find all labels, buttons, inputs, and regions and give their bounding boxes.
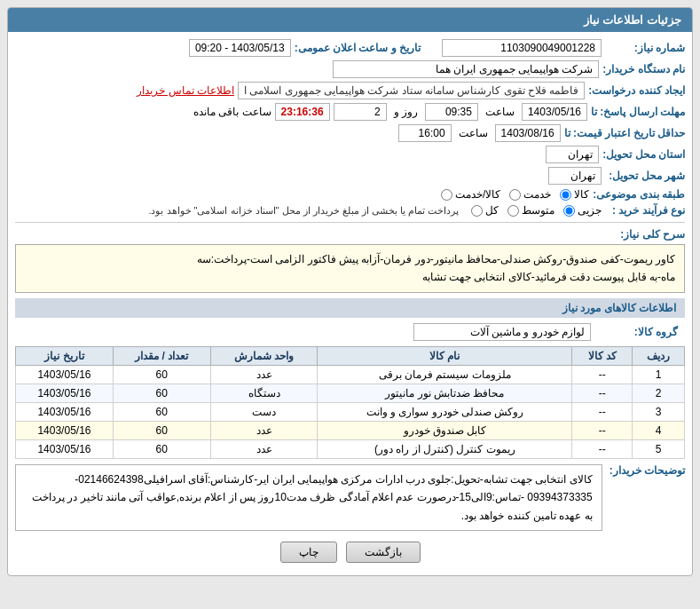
dastgah-value: شرکت هواپیمایی جمهوری ایران هما [333, 60, 599, 78]
jadaval-time: 16:00 [398, 124, 452, 142]
tabaqe-radio-khedmat[interactable] [509, 189, 521, 201]
table-row: 5 -- ریموت کنترل (کنترل از راه دور) عدد … [16, 439, 685, 458]
cell-kod: -- [572, 421, 633, 439]
cell-radif: 2 [633, 384, 685, 402]
main-card: جزئیات اطلاعات نیاز شماره نیاز: 11030900… [7, 7, 693, 576]
groupeKala-label: گروه کالا: [598, 326, 678, 338]
row-noeFarand: نوع فرآیند خرید : کل متوسط جزیی پ [15, 204, 685, 217]
jadaval-label: حداقل تاریخ اعتبار قیمت: تا [564, 127, 685, 139]
tarikhErsal-tarikh-label: تاریخ و ساعت اعلان عمومی: [295, 42, 421, 54]
cell-vahed: دست [210, 402, 318, 421]
tarikhErsal-remaining: 23:16:36 [275, 103, 330, 121]
kalaah-section-title: اطلاعات کالاهای مورد نیاز [15, 298, 685, 318]
noeFarand-radio-kol[interactable] [471, 205, 483, 217]
row-touzih: توضیحات خریدار: کالای انتخابی جهت تشابه-… [15, 464, 685, 536]
noeFarand-label: نوع فرآیند خرید : [605, 204, 685, 217]
shahr-label: شهر محل تحویل: [605, 170, 685, 182]
cell-name: ملزومات سیستم فرمان برقی [318, 365, 572, 384]
cell-name: محافظ ضدتابش نور مانیتور [318, 384, 572, 402]
table-row: 4 -- کابل صندوق خودرو عدد 60 1403/05/16 [16, 421, 685, 439]
cell-kod: -- [572, 402, 633, 421]
tabaqe-option-khedmat[interactable]: خدمت [509, 188, 551, 201]
noeFarand-radio-motevaset[interactable] [507, 205, 519, 217]
ostan-value: تهران [546, 146, 599, 163]
cell-tarikh: 1403/05/16 [16, 365, 114, 384]
cell-name: ریموت کنترل (کنترل از راه دور) [318, 439, 572, 458]
sarhKoli-line2: ماه-به قابل پیوست دقت فرمائید-کالای انتخ… [25, 268, 675, 286]
cell-name: روکش صندلی خودرو سواری و وانت [318, 402, 572, 421]
cell-radif: 4 [633, 421, 685, 439]
col-tarikh: تاریخ نیاز [16, 346, 114, 365]
sarhKoli-label: سرح کلی نیاز: [614, 228, 685, 241]
buttons-row: بازگشت چاپ [15, 536, 685, 568]
cell-kod: -- [572, 384, 633, 402]
row-dastgah: نام دستگاه خریدار: شرکت هواپیمایی جمهوری… [15, 60, 685, 78]
tarikhErsal-label: مهلت ارسال پاسخ: تا [591, 106, 685, 118]
noeFarand-option-kol[interactable]: کل [471, 204, 499, 217]
noeFarand-jozi-label: جزیی [578, 204, 602, 217]
col-tedad: تعداد / مقدار [113, 346, 210, 365]
tabaqe-option-kalaKhedmat[interactable]: کالا/خدمت [441, 188, 500, 201]
cell-radif: 5 [633, 439, 685, 458]
cell-tarikh: 1403/05/16 [16, 402, 114, 421]
row-groupeKala: گروه کالا: لوازم خودرو و ماشین آلات [15, 321, 685, 343]
cell-vahed: دستگاه [210, 384, 318, 402]
tarikhErsal-time: 09:35 [425, 103, 478, 121]
jadaval-date: 1403/08/16 [495, 124, 561, 142]
tabaqe-radio-kala[interactable] [560, 189, 571, 201]
cell-kod: -- [572, 439, 633, 458]
sarhKoli-line1: کاور ریموت-کفی صندوق-روکش صندلی-محافظ ما… [25, 250, 675, 268]
dastgah-label: نام دستگاه خریدار: [602, 63, 685, 75]
card-body: شماره نیاز: 1103090049001228 تاریخ و ساع… [8, 32, 692, 575]
ostan-label: استان محل تحویل: [602, 148, 685, 161]
cell-radif: 3 [633, 402, 685, 421]
row-tabaqe: طبقه بندی موضوعی: کالا/خدمت خدمت کالا [15, 188, 685, 201]
card-header: جزئیات اطلاعات نیاز [8, 8, 692, 32]
cell-tarikh: 1403/05/16 [16, 439, 114, 458]
col-name: نام کالا [318, 346, 572, 365]
back-button[interactable]: بازگشت [346, 542, 421, 563]
noeFarand-note: پرداخت تمام یا بخشی از مبلغ خریدار از مح… [148, 205, 459, 217]
cell-vahed: عدد [210, 421, 318, 439]
cell-kod: -- [572, 365, 633, 384]
table-header-row: ردیف کد کالا نام کالا واحد شمارش تعداد /… [16, 346, 685, 365]
print-button[interactable]: چاپ [280, 542, 337, 563]
roz-label: روز و [394, 106, 418, 118]
saat-label: ساعت [485, 106, 515, 118]
cell-radif: 1 [633, 365, 685, 384]
noeFarand-option-motevaset[interactable]: متوسط [507, 204, 554, 217]
cell-tarikh: 1403/05/16 [16, 384, 114, 402]
row-ostan: استان محل تحویل: تهران [15, 146, 685, 163]
tarikhErsal-remaining-label: ساعت باقی مانده [193, 106, 271, 118]
noeFarand-motevaset-label: متوسط [522, 204, 554, 217]
col-vahed: واحد شمارش [210, 346, 318, 365]
cell-tedad: 60 [113, 439, 210, 458]
cell-tedad: 60 [113, 421, 210, 439]
cell-tedad: 60 [113, 384, 210, 402]
noeFarand-option-jozi[interactable]: جزیی [563, 204, 602, 217]
row-ijad: ایجاد کننده درخواست: فاطمه فلاح تقوی کار… [15, 82, 685, 99]
divider1 [15, 222, 685, 223]
table-row: 2 -- محافظ ضدتابش نور مانیتور دستگاه 60 … [16, 384, 685, 402]
cell-name: کابل صندوق خودرو [318, 421, 572, 439]
shomareNiaz-value: 1103090049001228 [442, 39, 602, 57]
row-shahr: شهر محل تحویل: تهران [15, 167, 685, 185]
row-tarikh-ersal: مهلت ارسال پاسخ: تا 1403/05/16 ساعت 09:3… [15, 103, 685, 121]
ijad-link[interactable]: اطلاعات تماس خریدار [137, 84, 234, 97]
tarikhErsal-days: 2 [334, 103, 387, 121]
tabaqe-radio-group: کالا/خدمت خدمت کالا [441, 188, 589, 201]
tabaqe-option-kala[interactable]: کالا [560, 188, 589, 201]
row-sarhKoli: سرح کلی نیاز: [15, 228, 685, 241]
tabaqe-khedmat-label: خدمت [523, 188, 551, 201]
touzih-label: توضیحات خریدار: [610, 464, 685, 477]
table-row: 1 -- ملزومات سیستم فرمان برقی عدد 60 140… [16, 365, 685, 384]
tabaqe-radio-kalaKhedmat[interactable] [441, 189, 452, 201]
noeFarand-radio-jozi[interactable] [563, 205, 575, 217]
ijad-value: فاطمه فلاح تقوی کارشناس سامانه ستاد شرکت… [238, 82, 585, 99]
cell-vahed: عدد [210, 439, 318, 458]
cell-tedad: 60 [113, 402, 210, 421]
groupeKala-value: لوازم خودرو و ماشین آلات [413, 323, 591, 341]
cell-vahed: عدد [210, 365, 318, 384]
tabaqe-kala-label: کالا [574, 188, 589, 201]
col-kod: کد کالا [572, 346, 633, 365]
